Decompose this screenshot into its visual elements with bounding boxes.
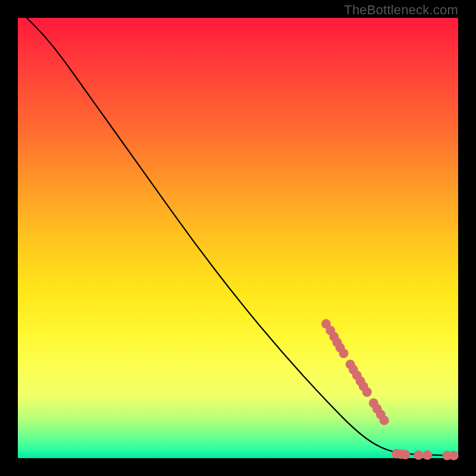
data-point (339, 349, 349, 358)
data-point (400, 450, 410, 459)
data-point (422, 450, 432, 460)
bottleneck-curve (27, 18, 458, 456)
data-point (414, 450, 423, 460)
watermark-text: TheBottleneck.com (344, 2, 458, 18)
data-point (380, 415, 389, 425)
chart-svg (18, 18, 458, 458)
plot-area (18, 18, 458, 458)
chart-frame: TheBottleneck.com (0, 0, 476, 476)
data-point (449, 451, 459, 461)
data-point (362, 387, 372, 397)
data-markers (321, 319, 459, 460)
